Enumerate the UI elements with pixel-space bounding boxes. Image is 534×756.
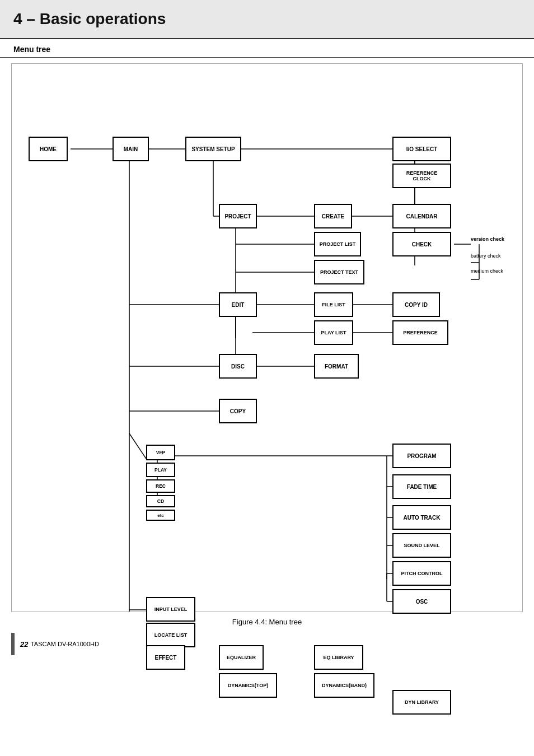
node-battery-check: battery check	[471, 253, 501, 259]
node-medium-check: medium check	[471, 268, 503, 274]
node-copy-id: COPY ID	[392, 292, 440, 317]
node-vfp: VFP	[146, 445, 175, 460]
page-header: 4 – Basic operations	[0, 0, 534, 39]
node-fade-time: FADE TIME	[392, 474, 451, 499]
node-osc: OSC	[392, 589, 451, 614]
page-footer: 22 TASCAM DV-RA1000HD	[0, 628, 534, 655]
node-calendar: CALENDAR	[392, 204, 451, 228]
node-edit: EDIT	[219, 292, 257, 317]
node-cd: CD	[146, 495, 175, 507]
svg-line-29	[129, 433, 146, 459]
node-home: HOME	[29, 137, 68, 161]
section-label: Menu tree	[0, 39, 534, 58]
node-eq-library: EQ LIBRARY	[314, 645, 363, 670]
node-dynamics-band: DYNAMICS(BAND)	[314, 673, 374, 698]
node-etc: etc	[146, 510, 175, 521]
node-system-setup: SYSTEM SETUP	[185, 137, 241, 161]
node-reference-clock: REFERENCE CLOCK	[392, 164, 451, 188]
node-io-select: I/O SELECT	[392, 137, 451, 161]
node-file-list: FILE LIST	[314, 292, 353, 317]
page-title: 4 – Basic operations	[13, 10, 521, 28]
node-equalizer: EQUALIZER	[219, 645, 264, 670]
node-copy: COPY	[219, 399, 257, 423]
node-main: MAIN	[113, 137, 149, 161]
node-auto-track: AUTO TRACK	[392, 505, 451, 530]
diagram-container: HOME MAIN SYSTEM SETUP I/O SELECT REFERE…	[11, 63, 523, 612]
node-disc: DISC	[219, 354, 257, 379]
node-check: CHECK	[392, 232, 451, 256]
footer-page: 22	[20, 640, 28, 648]
node-preference: PREFERENCE	[392, 320, 448, 345]
node-program: PROGRAM	[392, 444, 451, 468]
node-play: PLAY	[146, 463, 175, 477]
footer-product: TASCAM DV-RA1000HD	[31, 641, 99, 647]
node-effect: EFFECT	[146, 645, 185, 670]
node-dyn-library: DYN LIBRARY	[392, 690, 451, 715]
node-sound-level: SOUND LEVEL	[392, 533, 451, 558]
node-project-list: PROJECT LIST	[314, 232, 361, 256]
node-rec: REC	[146, 479, 175, 493]
node-pitch-control: PITCH CONTROL	[392, 561, 451, 586]
node-dynamics-top: DYNAMICS(TOP)	[219, 673, 277, 698]
node-version-check: version check	[471, 236, 504, 242]
node-input-level: INPUT LEVEL	[146, 597, 195, 622]
node-create: CREATE	[314, 204, 352, 228]
node-project-text: PROJECT TEXT	[314, 260, 364, 284]
footer-bar	[11, 633, 15, 655]
node-project: PROJECT	[219, 204, 257, 228]
node-format: FORMAT	[314, 354, 359, 379]
node-locate-list: LOCATE LIST	[146, 623, 195, 647]
figure-caption: Figure 4.4: Menu tree	[0, 618, 534, 626]
node-play-list: PLAY LIST	[314, 320, 353, 345]
